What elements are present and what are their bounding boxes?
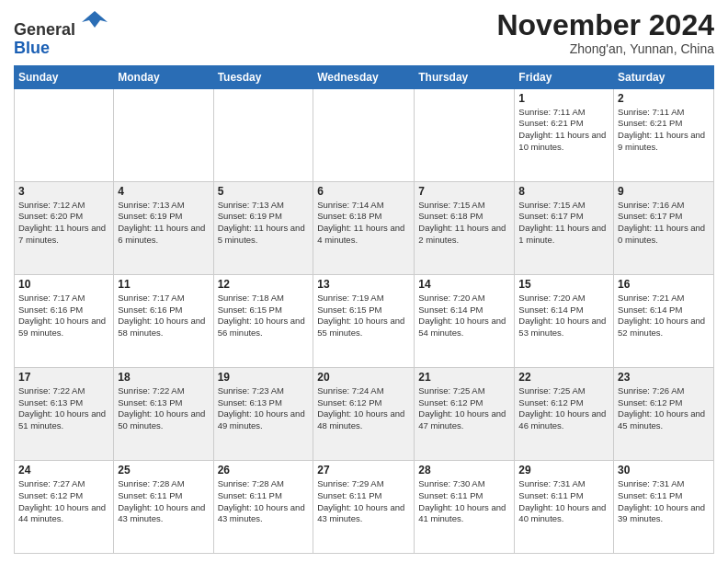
calendar-week-row: 17Sunrise: 7:22 AM Sunset: 6:13 PM Dayli… xyxy=(15,367,714,460)
day-info: Sunrise: 7:20 AM Sunset: 6:14 PM Dayligh… xyxy=(518,293,609,339)
calendar-cell: 13Sunrise: 7:19 AM Sunset: 6:15 PM Dayli… xyxy=(313,274,415,367)
day-info: Sunrise: 7:24 AM Sunset: 6:12 PM Dayligh… xyxy=(317,385,410,432)
day-info: Sunrise: 7:20 AM Sunset: 6:14 PM Dayligh… xyxy=(418,293,510,339)
day-info: Sunrise: 7:22 AM Sunset: 6:13 PM Dayligh… xyxy=(18,385,109,432)
day-number: 5 xyxy=(218,185,310,198)
calendar-week-row: 10Sunrise: 7:17 AM Sunset: 6:16 PM Dayli… xyxy=(15,274,714,367)
weekday-header: Monday xyxy=(114,65,213,88)
day-number: 10 xyxy=(18,278,109,291)
day-number: 6 xyxy=(317,185,410,198)
calendar-cell: 18Sunrise: 7:22 AM Sunset: 6:13 PM Dayli… xyxy=(114,367,213,460)
calendar-cell: 5Sunrise: 7:13 AM Sunset: 6:19 PM Daylig… xyxy=(213,181,313,274)
day-info: Sunrise: 7:28 AM Sunset: 6:11 PM Dayligh… xyxy=(218,478,310,525)
title-block: November 2024 Zhong'an, Yunnan, China xyxy=(496,9,714,56)
weekday-header: Sunday xyxy=(15,65,114,88)
day-number: 12 xyxy=(218,278,310,291)
calendar-cell: 9Sunrise: 7:16 AM Sunset: 6:17 PM Daylig… xyxy=(614,181,714,274)
logo-general: General xyxy=(14,20,75,39)
calendar-cell xyxy=(15,88,114,181)
calendar-week-row: 1Sunrise: 7:11 AM Sunset: 6:21 PM Daylig… xyxy=(15,88,714,181)
day-info: Sunrise: 7:27 AM Sunset: 6:12 PM Dayligh… xyxy=(18,478,109,525)
calendar-week-row: 24Sunrise: 7:27 AM Sunset: 6:12 PM Dayli… xyxy=(15,460,714,553)
calendar-cell: 26Sunrise: 7:28 AM Sunset: 6:11 PM Dayli… xyxy=(213,460,313,553)
calendar-cell: 12Sunrise: 7:18 AM Sunset: 6:15 PM Dayli… xyxy=(213,274,313,367)
calendar-cell xyxy=(415,88,515,181)
day-number: 4 xyxy=(118,185,209,198)
day-info: Sunrise: 7:15 AM Sunset: 6:18 PM Dayligh… xyxy=(418,200,510,247)
calendar-cell xyxy=(114,88,213,181)
day-info: Sunrise: 7:11 AM Sunset: 6:21 PM Dayligh… xyxy=(518,107,609,154)
calendar-cell: 28Sunrise: 7:30 AM Sunset: 6:11 PM Dayli… xyxy=(415,460,515,553)
logo-blue: Blue xyxy=(14,39,50,57)
day-info: Sunrise: 7:13 AM Sunset: 6:19 PM Dayligh… xyxy=(118,200,209,247)
day-number: 20 xyxy=(317,371,410,384)
day-number: 3 xyxy=(18,185,109,198)
day-number: 18 xyxy=(118,371,209,384)
day-info: Sunrise: 7:28 AM Sunset: 6:11 PM Dayligh… xyxy=(118,478,209,525)
weekday-header: Tuesday xyxy=(213,65,313,88)
calendar-header-row: SundayMondayTuesdayWednesdayThursdayFrid… xyxy=(15,65,714,88)
calendar-cell: 17Sunrise: 7:22 AM Sunset: 6:13 PM Dayli… xyxy=(15,367,114,460)
day-number: 27 xyxy=(317,464,410,477)
calendar-cell: 6Sunrise: 7:14 AM Sunset: 6:18 PM Daylig… xyxy=(313,181,415,274)
day-number: 14 xyxy=(418,278,510,291)
day-info: Sunrise: 7:14 AM Sunset: 6:18 PM Dayligh… xyxy=(317,200,410,247)
calendar-cell: 8Sunrise: 7:15 AM Sunset: 6:17 PM Daylig… xyxy=(515,181,614,274)
calendar-cell: 3Sunrise: 7:12 AM Sunset: 6:20 PM Daylig… xyxy=(15,181,114,274)
day-number: 8 xyxy=(518,185,609,198)
weekday-header: Saturday xyxy=(614,65,714,88)
day-info: Sunrise: 7:18 AM Sunset: 6:15 PM Dayligh… xyxy=(218,293,310,339)
day-info: Sunrise: 7:25 AM Sunset: 6:12 PM Dayligh… xyxy=(518,385,609,432)
calendar-cell: 19Sunrise: 7:23 AM Sunset: 6:13 PM Dayli… xyxy=(213,367,313,460)
calendar-cell: 14Sunrise: 7:20 AM Sunset: 6:14 PM Dayli… xyxy=(415,274,515,367)
calendar-week-row: 3Sunrise: 7:12 AM Sunset: 6:20 PM Daylig… xyxy=(15,181,714,274)
day-number: 25 xyxy=(118,464,209,477)
calendar-cell xyxy=(313,88,415,181)
month-title: November 2024 xyxy=(496,9,714,41)
day-info: Sunrise: 7:25 AM Sunset: 6:12 PM Dayligh… xyxy=(418,385,510,432)
calendar-cell: 20Sunrise: 7:24 AM Sunset: 6:12 PM Dayli… xyxy=(313,367,415,460)
logo: General Blue xyxy=(14,13,108,58)
page: General Blue November 2024 Zhong'an, Yun… xyxy=(0,0,728,563)
day-info: Sunrise: 7:31 AM Sunset: 6:11 PM Dayligh… xyxy=(518,478,609,525)
calendar-cell: 24Sunrise: 7:27 AM Sunset: 6:12 PM Dayli… xyxy=(15,460,114,553)
day-number: 9 xyxy=(618,185,710,198)
day-info: Sunrise: 7:13 AM Sunset: 6:19 PM Dayligh… xyxy=(218,200,310,247)
weekday-header: Friday xyxy=(515,65,614,88)
calendar-cell: 27Sunrise: 7:29 AM Sunset: 6:11 PM Dayli… xyxy=(313,460,415,553)
day-info: Sunrise: 7:30 AM Sunset: 6:11 PM Dayligh… xyxy=(418,478,510,525)
day-info: Sunrise: 7:31 AM Sunset: 6:11 PM Dayligh… xyxy=(618,478,710,525)
day-info: Sunrise: 7:17 AM Sunset: 6:16 PM Dayligh… xyxy=(118,293,209,339)
day-info: Sunrise: 7:16 AM Sunset: 6:17 PM Dayligh… xyxy=(618,200,710,247)
calendar-cell: 15Sunrise: 7:20 AM Sunset: 6:14 PM Dayli… xyxy=(515,274,614,367)
day-number: 29 xyxy=(518,464,609,477)
day-number: 16 xyxy=(618,278,710,291)
day-number: 13 xyxy=(317,278,410,291)
day-info: Sunrise: 7:22 AM Sunset: 6:13 PM Dayligh… xyxy=(118,385,209,432)
calendar-cell: 1Sunrise: 7:11 AM Sunset: 6:21 PM Daylig… xyxy=(515,88,614,181)
weekday-header: Thursday xyxy=(415,65,515,88)
weekday-header: Wednesday xyxy=(313,65,415,88)
day-number: 26 xyxy=(218,464,310,477)
day-info: Sunrise: 7:26 AM Sunset: 6:12 PM Dayligh… xyxy=(618,385,710,432)
calendar-cell: 16Sunrise: 7:21 AM Sunset: 6:14 PM Dayli… xyxy=(614,274,714,367)
calendar-cell: 30Sunrise: 7:31 AM Sunset: 6:11 PM Dayli… xyxy=(614,460,714,553)
calendar-cell: 2Sunrise: 7:11 AM Sunset: 6:21 PM Daylig… xyxy=(614,88,714,181)
day-number: 24 xyxy=(18,464,109,477)
calendar-cell: 21Sunrise: 7:25 AM Sunset: 6:12 PM Dayli… xyxy=(415,367,515,460)
day-number: 7 xyxy=(418,185,510,198)
calendar-cell: 29Sunrise: 7:31 AM Sunset: 6:11 PM Dayli… xyxy=(515,460,614,553)
calendar-cell xyxy=(213,88,313,181)
day-info: Sunrise: 7:17 AM Sunset: 6:16 PM Dayligh… xyxy=(18,293,109,339)
day-number: 21 xyxy=(418,371,510,384)
calendar-cell: 23Sunrise: 7:26 AM Sunset: 6:12 PM Dayli… xyxy=(614,367,714,460)
calendar-cell: 7Sunrise: 7:15 AM Sunset: 6:18 PM Daylig… xyxy=(415,181,515,274)
day-number: 17 xyxy=(18,371,109,384)
calendar-table: SundayMondayTuesdayWednesdayThursdayFrid… xyxy=(14,65,714,554)
day-info: Sunrise: 7:23 AM Sunset: 6:13 PM Dayligh… xyxy=(218,385,310,432)
day-number: 1 xyxy=(518,92,609,105)
header: General Blue November 2024 Zhong'an, Yun… xyxy=(14,9,714,58)
day-info: Sunrise: 7:11 AM Sunset: 6:21 PM Dayligh… xyxy=(618,107,710,154)
calendar-cell: 4Sunrise: 7:13 AM Sunset: 6:19 PM Daylig… xyxy=(114,181,213,274)
day-number: 11 xyxy=(118,278,209,291)
